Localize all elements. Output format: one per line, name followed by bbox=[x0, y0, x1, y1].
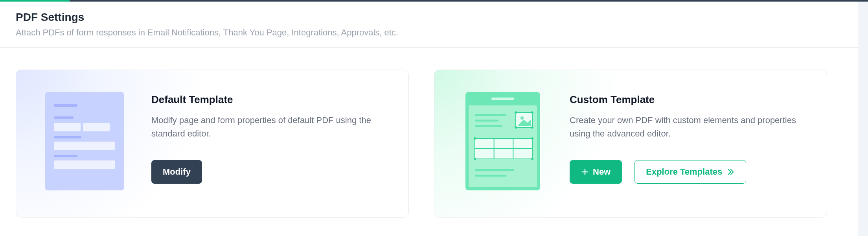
modify-button[interactable]: Modify bbox=[151, 160, 202, 184]
default-template-title: Default Template bbox=[151, 94, 390, 106]
svg-point-19 bbox=[531, 126, 533, 129]
modify-button-label: Modify bbox=[163, 167, 191, 177]
page-header: PDF Settings Attach PDFs of form respons… bbox=[0, 2, 868, 48]
custom-template-illustration bbox=[452, 92, 554, 190]
svg-point-28 bbox=[531, 158, 533, 160]
svg-point-26 bbox=[531, 137, 533, 140]
default-template-desc: Modify page and form properties of defau… bbox=[151, 114, 390, 140]
svg-rect-7 bbox=[54, 155, 77, 157]
svg-rect-2 bbox=[54, 116, 74, 119]
svg-rect-5 bbox=[54, 136, 81, 138]
svg-point-27 bbox=[474, 158, 476, 160]
document-icon bbox=[45, 92, 124, 190]
svg-rect-6 bbox=[54, 142, 115, 150]
page-subtitle: Attach PDFs of form responses in Email N… bbox=[16, 28, 852, 38]
custom-document-icon bbox=[465, 92, 540, 190]
svg-rect-3 bbox=[54, 123, 81, 131]
svg-rect-29 bbox=[475, 169, 514, 171]
svg-rect-11 bbox=[491, 98, 514, 100]
svg-point-16 bbox=[515, 111, 517, 114]
default-template-card: Default Template Modify page and form pr… bbox=[16, 70, 409, 218]
explore-templates-label: Explore Templates bbox=[646, 167, 722, 177]
new-button-label: New bbox=[593, 167, 611, 177]
custom-template-desc: Create your own PDF with custom elements… bbox=[570, 114, 808, 140]
svg-rect-1 bbox=[54, 104, 77, 107]
scrollbar-track[interactable] bbox=[858, 2, 868, 236]
explore-templates-button[interactable]: Explore Templates bbox=[634, 160, 746, 184]
plus-icon bbox=[581, 168, 589, 176]
svg-rect-4 bbox=[83, 123, 110, 131]
chevron-double-right-icon bbox=[726, 168, 735, 176]
svg-point-25 bbox=[474, 137, 476, 140]
svg-point-20 bbox=[520, 116, 524, 120]
new-button[interactable]: New bbox=[570, 160, 622, 184]
svg-rect-30 bbox=[475, 175, 506, 177]
page-title: PDF Settings bbox=[16, 11, 852, 24]
svg-rect-14 bbox=[475, 125, 502, 127]
custom-template-card: Custom Template Create your own PDF with… bbox=[434, 70, 827, 218]
template-cards: Default Template Modify page and form pr… bbox=[0, 48, 868, 236]
svg-rect-12 bbox=[475, 114, 506, 116]
svg-point-18 bbox=[515, 126, 517, 129]
svg-rect-13 bbox=[475, 120, 498, 122]
svg-rect-8 bbox=[54, 160, 115, 169]
svg-point-17 bbox=[531, 111, 533, 114]
custom-template-title: Custom Template bbox=[570, 94, 808, 106]
default-template-illustration bbox=[33, 92, 136, 190]
